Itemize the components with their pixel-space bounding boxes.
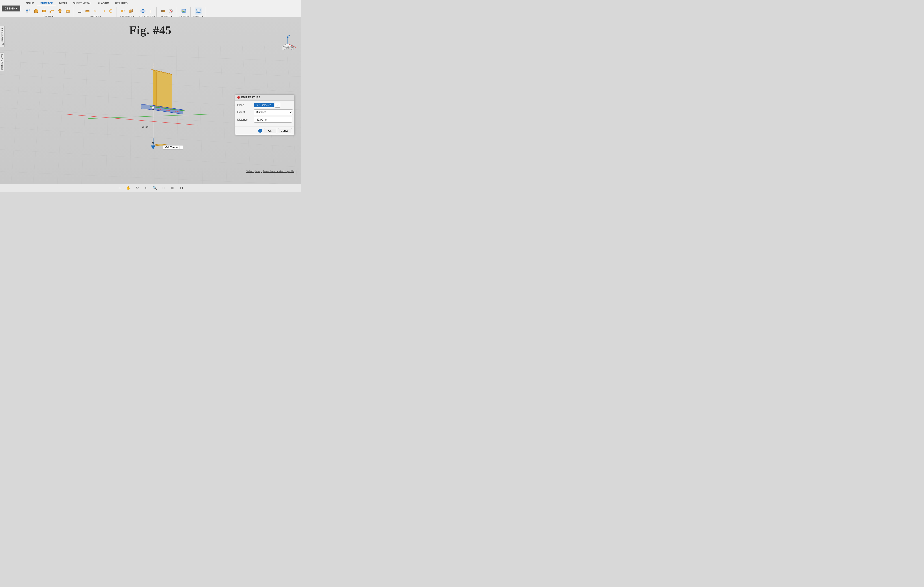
svg-text:Z: Z <box>289 35 290 38</box>
units-icon[interactable]: ⊟ <box>178 185 185 191</box>
create-group: + A+ <box>23 7 73 19</box>
measurement-value: 30.00 <box>142 125 149 129</box>
analysis-icon[interactable] <box>167 8 174 15</box>
display-settings-icon[interactable]: □ <box>161 185 167 191</box>
panel-header: EDIT FEATURE <box>235 94 294 101</box>
plane-label: Plane <box>237 104 253 107</box>
svg-rect-20 <box>129 10 131 12</box>
joint-icon[interactable] <box>119 8 127 15</box>
extend-icon[interactable] <box>100 8 107 15</box>
insert-image-icon[interactable] <box>180 8 187 15</box>
svg-marker-16 <box>104 10 105 12</box>
select-hint: Select plane, planar face or sketch prof… <box>246 170 294 173</box>
svg-text:X: X <box>295 46 296 48</box>
tab-surface[interactable]: SURFACE <box>37 1 56 6</box>
panel-close-icon[interactable] <box>237 96 240 99</box>
pan-icon[interactable]: ✋ <box>125 185 132 191</box>
svg-point-33 <box>182 10 183 11</box>
distance-label: Distance <box>237 118 253 121</box>
copy-assemble-icon[interactable] <box>127 8 134 15</box>
revolve-icon[interactable] <box>41 8 48 15</box>
insert-group: INSERT ▾ <box>177 7 191 19</box>
distance-menu-icon[interactable]: ⋮ <box>178 146 181 149</box>
construct-group: CONSTRUCT ▾ <box>137 7 157 19</box>
svg-rect-11 <box>86 11 89 12</box>
edit-feature-panel: EDIT FEATURE Plane ↖ 1 selected ✕ Extent… <box>235 94 294 135</box>
svg-marker-3 <box>35 9 38 13</box>
plane-construct-icon[interactable] <box>139 8 147 15</box>
stitch-icon[interactable] <box>108 8 115 15</box>
distance-row: Distance <box>237 117 292 122</box>
loft-icon[interactable] <box>56 8 63 15</box>
tab-sheet-metal[interactable]: SHEET METAL <box>70 1 94 6</box>
svg-text:FRONT: FRONT <box>283 46 289 48</box>
emboss-icon[interactable]: A+ <box>64 8 71 15</box>
design-button[interactable]: DESIGN ▾ <box>2 5 20 12</box>
thicken-icon[interactable] <box>84 8 91 15</box>
svg-rect-0 <box>26 9 28 11</box>
plane-selected-button[interactable]: ↖ 1 selected <box>254 103 274 107</box>
viewport[interactable]: 30.00 Fig. #45 Z RIGHT FRONT X <box>0 17 301 184</box>
panel-body: Plane ↖ 1 selected ✕ Extent Distance Sym… <box>235 101 294 127</box>
axis-cube[interactable]: Z RIGHT FRONT X <box>279 35 297 53</box>
inspect-group: INSPECT ▾ <box>158 7 176 19</box>
tab-plastic[interactable]: PLASTIC <box>94 1 112 6</box>
axis-construct-icon[interactable] <box>147 8 154 15</box>
svg-marker-10 <box>81 10 81 12</box>
svg-line-14 <box>94 11 96 12</box>
svg-rect-1 <box>26 11 28 13</box>
toolbar: DESIGN ▾ SOLID SURFACE MESH SHEET METAL … <box>0 0 301 17</box>
info-icon[interactable]: i <box>258 129 262 133</box>
distance-input[interactable] <box>254 117 292 122</box>
select-icon[interactable] <box>195 8 202 15</box>
svg-text:A+: A+ <box>67 10 69 12</box>
extent-select[interactable]: Distance Symmetric To Object <box>254 109 293 115</box>
measure-icon[interactable] <box>159 8 166 15</box>
add-sketch-icon[interactable]: + <box>25 8 32 15</box>
svg-text:+: + <box>29 9 30 11</box>
offset-icon[interactable] <box>76 8 83 15</box>
panel-title: EDIT FEATURE <box>241 96 260 99</box>
grid-settings-icon[interactable]: ⊞ <box>170 185 176 191</box>
status-bar: ⊹ ✋ ↻ ⊙ 🔍 □ ⊞ ⊟ <box>0 184 301 192</box>
zoom-icon[interactable]: 🔍 <box>152 185 158 191</box>
assemble-group: ASSEMBLE ▾ <box>118 7 136 19</box>
svg-line-13 <box>94 10 96 11</box>
select-group: SELECT ▾ <box>191 7 206 19</box>
extent-row: Extent Distance Symmetric To Object ▼ <box>237 109 292 115</box>
tab-group: SOLID SURFACE MESH SHEET METAL PLASTIC U… <box>23 0 299 7</box>
sweep-icon[interactable] <box>48 8 56 15</box>
extent-label: Extent <box>237 111 253 114</box>
svg-marker-7 <box>59 9 61 13</box>
panel-footer: i OK Cancel <box>235 127 294 135</box>
cursor-icon: ↖ <box>256 104 258 107</box>
svg-rect-6 <box>50 12 51 13</box>
nav-arrow-icon: ▶ <box>1 43 4 46</box>
extrude-icon[interactable] <box>33 8 40 15</box>
plane-clear-button[interactable]: ✕ <box>275 103 280 107</box>
home-view-icon[interactable]: ⊹ <box>117 185 123 191</box>
svg-marker-36 <box>198 10 200 13</box>
tab-mesh[interactable]: MESH <box>56 1 70 6</box>
svg-line-17 <box>109 10 113 12</box>
zoom-fit-icon[interactable]: ⊙ <box>143 185 149 191</box>
svg-marker-25 <box>150 9 151 10</box>
distance-value: -30.00 mm <box>165 146 178 149</box>
main-area: 30.00 Fig. #45 Z RIGHT FRONT X <box>0 17 301 184</box>
distance-badge: -30.00 mm ⋮ <box>163 145 183 150</box>
tab-solid[interactable]: SOLID <box>23 1 37 6</box>
comments-tab[interactable]: COMMENTS <box>0 53 4 71</box>
orbit-icon[interactable]: ↻ <box>134 185 140 191</box>
ok-button[interactable]: OK <box>264 128 276 133</box>
modify-group: MODIFY ▾ <box>74 7 117 19</box>
trim-icon[interactable] <box>92 8 99 15</box>
cancel-button[interactable]: Cancel <box>278 128 292 133</box>
tab-utilities[interactable]: UTILITIES <box>112 1 130 6</box>
extent-arrow-icon: ▼ <box>290 111 292 114</box>
plane-selected-text: 1 selected <box>259 104 271 107</box>
plane-row: Plane ↖ 1 selected ✕ <box>237 103 292 107</box>
browser-tab[interactable]: ▶ BROWSER <box>0 26 5 47</box>
